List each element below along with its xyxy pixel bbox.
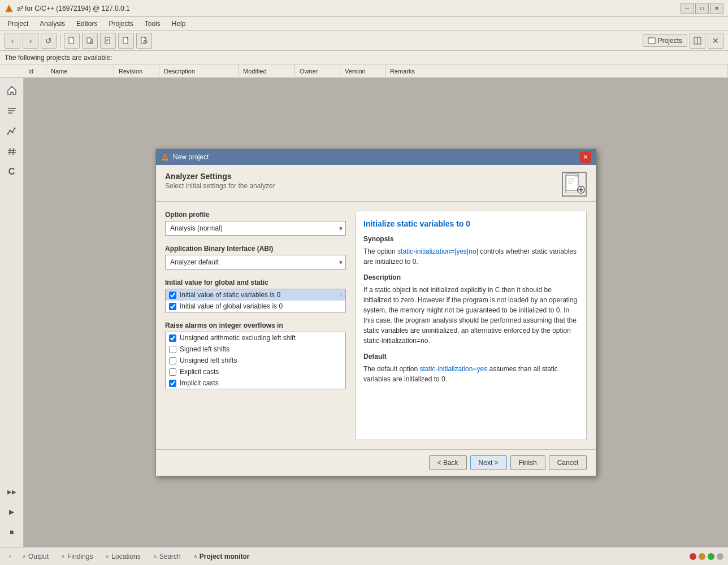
- static-checkbox-0[interactable]: [169, 292, 176, 299]
- cancel-button[interactable]: Cancel: [549, 455, 587, 470]
- svg-rect-31: [566, 174, 578, 190]
- table-header: Id Name Revision Description Modified Ow…: [0, 64, 728, 78]
- menu-project[interactable]: Project: [2, 18, 33, 29]
- overflow-checkbox-item-2[interactable]: Unsigned left shifts: [166, 355, 345, 366]
- dialog-header-subtitle: Select initial settings for the analyzer: [165, 182, 275, 190]
- menu-projects[interactable]: Projects: [103, 18, 138, 29]
- next-button[interactable]: Next >: [470, 455, 507, 470]
- sidebar-chart-icon[interactable]: [4, 123, 20, 139]
- help-title: Initialize static variables to 0: [363, 219, 578, 228]
- finish-button[interactable]: Finish: [510, 455, 545, 470]
- abi-group: Application Binary Interface (ABI) Analy…: [165, 245, 346, 270]
- locations-tab-label: Locations: [111, 553, 140, 560]
- status-tab-search[interactable]: ∧ Search: [147, 550, 187, 563]
- minimize-button[interactable]: ─: [681, 3, 694, 14]
- overflow-checkbox-item-3[interactable]: Explicit casts: [166, 366, 345, 377]
- static-checkbox-label-0: Initial value of static variables is 0: [180, 291, 280, 299]
- status-tab-project-monitor[interactable]: ∧ Project monitor: [187, 550, 256, 563]
- overflow-checkbox-3[interactable]: [169, 368, 176, 376]
- title-bar: a² for C/C++ (16972194) @ 127.0.0.1 ─ □ …: [0, 0, 728, 17]
- dialog-title-icon: [161, 153, 170, 162]
- svg-rect-3: [72, 37, 73, 38]
- col-version: Version: [340, 64, 385, 77]
- svg-line-26: [13, 148, 14, 155]
- abi-select-wrapper: Analyzer default Linux 32-bit Linux 64-b…: [165, 255, 346, 270]
- locations-tab-icon: ∧: [105, 553, 109, 559]
- static-label: Initial value for global and static: [165, 279, 346, 286]
- close-panel-button[interactable]: ✕: [708, 33, 723, 49]
- dialog-header-text: Analyzer Settings Select initial setting…: [165, 172, 275, 190]
- content-wrapper: New project ✕ Analyzer Settings Select i…: [24, 78, 728, 547]
- status-tab-locations[interactable]: ∧ Locations: [99, 550, 146, 563]
- refresh-button[interactable]: ↺: [41, 33, 57, 49]
- forward-button[interactable]: ›: [23, 33, 38, 49]
- static-group: Initial value for global and static Init…: [165, 279, 346, 312]
- option-profile-select[interactable]: Analysis (normal) Analysis (strict) Cust…: [165, 221, 346, 236]
- projects-button[interactable]: Projects: [643, 34, 687, 47]
- svg-point-23: [11, 132, 13, 133]
- left-panel: Option profile Analysis (normal) Analysi…: [165, 211, 346, 440]
- static-checkbox-label-1: Initial value of global variables is 0: [180, 302, 283, 310]
- help-synopsis-link[interactable]: static-initialization=[yes|no]: [397, 247, 478, 255]
- option-profile-select-wrapper: Analysis (normal) Analysis (strict) Cust…: [165, 221, 346, 236]
- overflow-checkbox-item-0[interactable]: Unsigned arithmetic excluding left shift: [166, 332, 345, 344]
- toolbar-separator-1: [60, 34, 60, 47]
- static-checkbox-item-1[interactable]: Initial value of global variables is 0: [166, 301, 345, 312]
- findings-tab-label: Findings: [67, 553, 93, 560]
- sidebar-fast-forward-icon[interactable]: ▶▶: [4, 484, 20, 499]
- export2-button[interactable]: [118, 33, 134, 49]
- static-arrow-0: ›: [340, 292, 342, 298]
- dialog-close-button[interactable]: ✕: [580, 151, 591, 163]
- sidebar-hash-icon[interactable]: [4, 144, 20, 159]
- sidebar-c-icon[interactable]: C: [4, 164, 20, 180]
- overflow-checkbox-2[interactable]: [169, 357, 176, 364]
- maximize-button[interactable]: □: [695, 3, 709, 14]
- overflow-checkbox-0[interactable]: [169, 334, 176, 342]
- dialog-header: Analyzer Settings Select initial setting…: [156, 165, 596, 202]
- help-description-text: If a static object is not initialized ex…: [363, 285, 578, 346]
- overflow-checkbox-4[interactable]: [169, 380, 176, 387]
- close-button[interactable]: ✕: [710, 3, 723, 14]
- menu-bar: Project Analysis Editors Projects Tools …: [0, 17, 728, 31]
- help-synopsis-title: Synopsis: [363, 235, 578, 243]
- sidebar-play-icon[interactable]: ▶: [4, 504, 20, 520]
- help-default-link[interactable]: static-initialization=yes: [419, 365, 487, 373]
- status-dot-green: [708, 553, 714, 560]
- static-checkbox-1[interactable]: [169, 303, 176, 310]
- sidebar-filter-icon[interactable]: [4, 103, 20, 119]
- status-tab-output[interactable]: ∧ Output: [16, 550, 55, 563]
- header-row: Id Name Revision Description Modified Ow…: [24, 64, 728, 77]
- menu-tools[interactable]: Tools: [140, 18, 166, 29]
- overflow-checkbox-label-0: Unsigned arithmetic excluding left shift: [180, 334, 296, 342]
- svg-point-24: [14, 128, 15, 129]
- overflow-checkbox-item-1[interactable]: Signed left shifts: [166, 344, 345, 355]
- sidebar-stop-icon[interactable]: ■: [4, 524, 20, 540]
- sidebar-home-icon[interactable]: [4, 82, 20, 98]
- overflow-checkbox-item-4[interactable]: Implicit casts: [166, 377, 345, 389]
- back-button[interactable]: < Back: [429, 455, 467, 470]
- col-modified: Modified: [239, 64, 295, 77]
- output-tab-icon: ∧: [22, 553, 26, 559]
- export1-button[interactable]: [100, 33, 116, 49]
- menu-analysis[interactable]: Analysis: [34, 18, 70, 29]
- menu-editors[interactable]: Editors: [71, 18, 102, 29]
- col-name: Name: [46, 64, 114, 77]
- dialog-body: Option profile Analysis (normal) Analysi…: [156, 202, 596, 449]
- overflow-checkbox-label-1: Signed left shifts: [180, 345, 229, 353]
- back-button[interactable]: ‹: [5, 33, 20, 49]
- projects-label: Projects: [658, 37, 682, 45]
- svg-rect-4: [87, 38, 91, 43]
- static-checkbox-item-0[interactable]: Initial value of static variables is 0 ›: [166, 289, 345, 301]
- import-button[interactable]: [82, 33, 98, 49]
- project-monitor-tab-label: Project monitor: [200, 553, 250, 560]
- panel-toggle-button[interactable]: [690, 33, 705, 49]
- svg-rect-15: [649, 37, 651, 38]
- overflow-checkbox-1[interactable]: [169, 346, 176, 353]
- status-expand-arrow[interactable]: ›: [5, 551, 16, 562]
- export3-button[interactable]: [136, 33, 152, 49]
- help-description-title: Description: [363, 273, 578, 281]
- new-file-button[interactable]: [64, 33, 80, 49]
- status-tab-findings[interactable]: ∧ Findings: [55, 550, 99, 563]
- abi-select[interactable]: Analyzer default Linux 32-bit Linux 64-b…: [165, 255, 346, 270]
- menu-help[interactable]: Help: [167, 18, 191, 29]
